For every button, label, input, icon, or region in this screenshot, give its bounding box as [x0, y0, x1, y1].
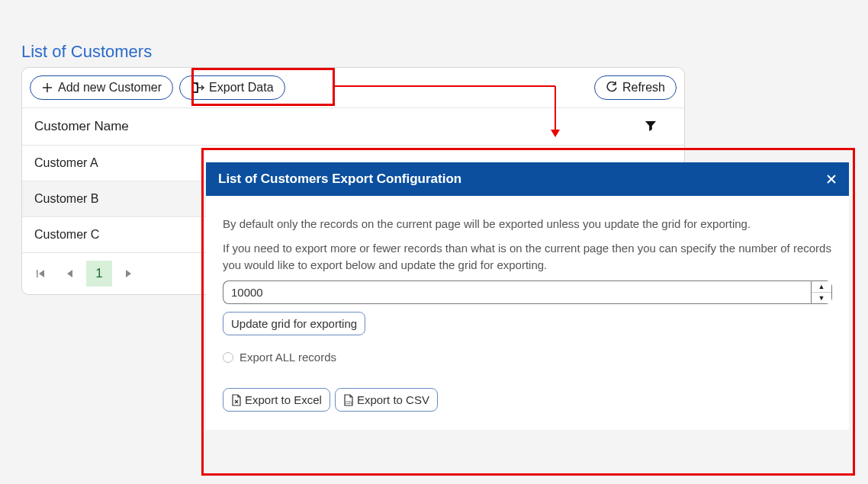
close-icon [826, 174, 837, 184]
spinner-down-button[interactable]: ▼ [812, 293, 831, 303]
add-customer-label: Add new Customer [58, 81, 162, 95]
refresh-icon [606, 82, 618, 94]
refresh-button[interactable]: Refresh [594, 75, 677, 100]
export-excel-label: Export to Excel [245, 393, 322, 406]
export-data-label: Export Data [209, 81, 273, 95]
dialog-body: By default only the records on the curre… [206, 196, 849, 430]
update-grid-label: Update grid for exporting [231, 317, 357, 330]
dialog-close-button[interactable] [826, 174, 837, 184]
cell-name: Customer C [34, 228, 99, 241]
cell-name: Customer B [34, 192, 98, 205]
svg-text:CSV: CSV [346, 401, 352, 405]
cell-name: Customer A [34, 156, 98, 169]
filter-icon[interactable] [645, 120, 672, 134]
column-header-name[interactable]: Customer Name [34, 119, 129, 134]
grid-header: Customer Name [22, 108, 684, 146]
export-all-option[interactable]: Export ALL records [223, 351, 832, 364]
spinner-up-button[interactable]: ▲ [812, 281, 831, 293]
dialog-title: List of Customers Export Configuration [218, 171, 461, 187]
pager-current-page: 1 [86, 261, 112, 287]
export-icon [191, 82, 204, 94]
toolbar: Add new Customer Export Data Refresh [22, 68, 684, 108]
export-all-label: Export ALL records [240, 351, 336, 364]
add-customer-button[interactable]: Add new Customer [30, 75, 173, 100]
export-data-button[interactable]: Export Data [179, 75, 285, 100]
next-page-icon [123, 268, 133, 279]
export-csv-label: Export to CSV [357, 393, 429, 406]
record-count-row: ▲ ▼ [223, 280, 832, 304]
record-count-input[interactable] [223, 280, 811, 304]
export-csv-button[interactable]: CSV Export to CSV [335, 388, 438, 412]
dialog-description-2: If you need to export more or fewer reco… [223, 240, 832, 274]
export-excel-button[interactable]: Export to Excel [223, 388, 330, 412]
radio-icon [223, 352, 233, 363]
dialog-header: List of Customers Export Configuration [206, 162, 849, 196]
plus-icon [41, 82, 53, 94]
prev-page-icon [65, 268, 76, 279]
csv-file-icon: CSV [343, 394, 354, 406]
panel-title: List of Customers [21, 42, 152, 62]
dialog-description-1: By default only the records on the curre… [223, 216, 832, 232]
svg-rect-3 [37, 270, 38, 277]
first-page-icon [36, 268, 47, 279]
update-grid-button[interactable]: Update grid for exporting [223, 312, 365, 335]
pager-next-button[interactable] [115, 261, 141, 287]
export-config-dialog: List of Customers Export Configuration B… [206, 162, 849, 430]
excel-file-icon [231, 394, 242, 406]
record-count-spinner: ▲ ▼ [811, 280, 832, 304]
pager-first-button[interactable] [28, 261, 54, 287]
refresh-label: Refresh [622, 81, 665, 95]
pager-prev-button[interactable] [57, 261, 83, 287]
